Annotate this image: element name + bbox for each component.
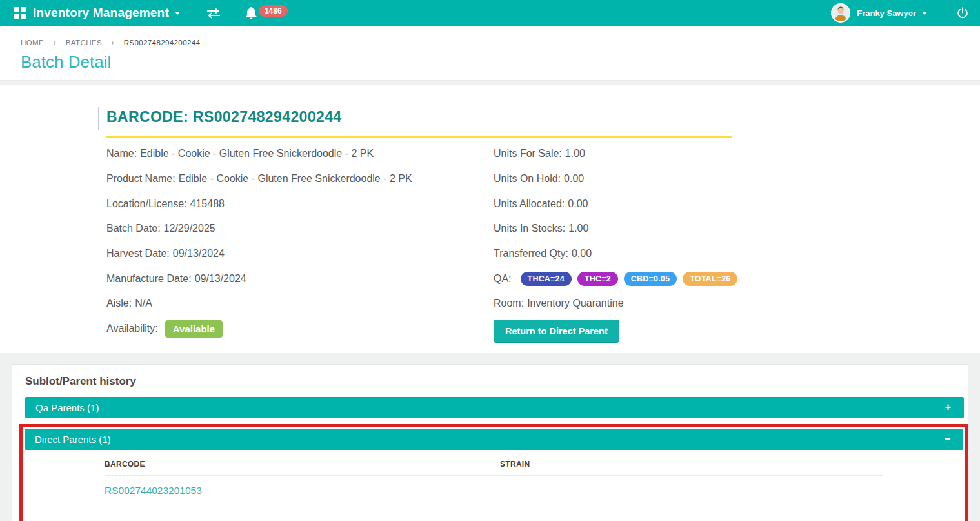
accordion-label: Qa Parents (1) — [35, 402, 99, 413]
notification-count-badge: 1486 — [259, 5, 288, 17]
direct-parents-table: BARCODE STRAIN RS002744023201053 — [105, 450, 883, 496]
power-logout-icon[interactable] — [957, 7, 968, 19]
avatar — [831, 3, 850, 23]
breadcrumb-batches[interactable]: BATCHES — [66, 39, 102, 46]
history-title: Sublot/Parent history — [25, 375, 964, 388]
user-name: Franky Sawyer — [857, 8, 916, 18]
section-divider — [0, 81, 980, 85]
chevron-down-icon — [922, 12, 927, 17]
field-units-allocated: Units Allocated: 0.00 — [494, 191, 961, 216]
notifications-button[interactable]: 1486 — [246, 7, 288, 19]
batch-detail-panel: BARCODE: RS002748294200244 Name: Edible … — [0, 85, 980, 353]
field-value: 1.00 — [568, 223, 588, 234]
page-title: Batch Detail — [21, 52, 980, 72]
field-aisle: Aisle: N/A — [106, 291, 494, 316]
panel-edge-divider — [98, 107, 99, 130]
field-label: Name: — [106, 148, 137, 159]
accordion-direct-parents[interactable]: Direct Parents (1) − — [25, 429, 963, 450]
barcode-heading: BARCODE: RS002748294200244 — [106, 108, 961, 126]
table-row: RS002744023201053 — [105, 476, 883, 496]
breadcrumb: HOME › BATCHES › RS002748294200244 — [21, 38, 980, 47]
field-room: Room: Inventory Quarantine — [494, 291, 961, 316]
field-label: Units For Sale: — [494, 148, 562, 159]
chevron-down-icon[interactable] — [175, 12, 180, 17]
accordion-qa-parents[interactable]: Qa Parents (1) + — [25, 397, 964, 418]
column-header-barcode: BARCODE — [105, 450, 500, 476]
breadcrumb-section: HOME › BATCHES › RS002748294200244 Batch… — [0, 26, 980, 81]
field-label: Product Name: — [106, 173, 175, 185]
field-value: Inventory Quarantine — [527, 298, 623, 309]
column-header-strain: STRAIN — [500, 450, 883, 476]
field-label: Aisle: — [106, 298, 132, 309]
breadcrumb-separator: › — [112, 38, 114, 47]
user-menu[interactable]: Franky Sawyer — [831, 3, 927, 23]
field-label: Availability: — [106, 323, 158, 334]
app-title[interactable]: Inventory Management — [33, 6, 169, 20]
field-value: Edible - Cookie - Gluten Free Snickerdoo… — [179, 173, 412, 185]
qa-badge-thc: THC=2 — [577, 272, 618, 286]
field-value: 12/29/2025 — [164, 223, 215, 234]
field-transferred-qty: Transferred Qty: 0.00 — [494, 241, 961, 267]
field-label: Harvest Date: — [106, 248, 170, 260]
field-units-in-stocks: Units In Stocks: 1.00 — [494, 216, 961, 241]
field-label: Transferred Qty: — [494, 248, 568, 260]
transfer-arrows-icon[interactable] — [206, 8, 221, 19]
accordion-label: Direct Parents (1) — [35, 434, 111, 445]
strain-cell — [500, 476, 883, 496]
field-product-name: Product Name: Edible - Cookie - Gluten F… — [106, 167, 494, 192]
field-location-license: Location/License: 415488 — [106, 191, 494, 216]
field-label: Location/License: — [106, 198, 187, 210]
field-units-for-sale: Units For Sale: 1.00 — [494, 141, 961, 167]
field-value: 415488 — [190, 198, 225, 210]
direct-parents-table-zone: BARCODE STRAIN RS002744023201053 — [105, 450, 883, 496]
qa-badge-total: TOTAL=26 — [683, 272, 737, 286]
field-units-on-hold: Units On Hold: 0.00 — [494, 167, 961, 192]
field-label: Room: — [494, 298, 524, 309]
breadcrumb-separator: › — [54, 38, 56, 47]
field-label: Manufacture Date: — [106, 273, 192, 285]
sublot-parent-history-card: Sublot/Parent history Qa Parents (1) + D… — [12, 364, 968, 521]
field-name: Name: Edible - Cookie - Gluten Free Snic… — [106, 141, 494, 167]
parent-barcode-link[interactable]: RS002744023201053 — [105, 485, 202, 496]
field-label: Units On Hold: — [494, 173, 561, 185]
return-to-direct-parent-button[interactable]: Return to Direct Parent — [494, 320, 619, 343]
field-label: Units In Stocks: — [494, 223, 565, 234]
field-value: N/A — [135, 298, 152, 309]
breadcrumb-current-barcode: RS002748294200244 — [124, 39, 201, 46]
field-harvest-date: Harvest Date: 09/13/2024 — [106, 241, 494, 267]
field-value: 0.00 — [572, 248, 592, 260]
app-grid-icon[interactable] — [14, 7, 26, 19]
field-manufacture-date: Manufacture Date: 09/13/2024 — [106, 266, 494, 291]
breadcrumb-home[interactable]: HOME — [21, 39, 44, 46]
plus-icon[interactable]: + — [945, 402, 951, 413]
field-value: 0.00 — [568, 198, 588, 210]
qa-badge-cbd: CBD=0.05 — [624, 272, 677, 286]
field-label: Batch Date: — [106, 223, 161, 234]
minus-icon[interactable]: − — [945, 433, 950, 445]
field-value: Edible - Cookie - Gluten Free Snickerdoo… — [140, 148, 374, 159]
top-navbar: Inventory Management 1486 — [0, 0, 980, 26]
field-value: 09/13/2024 — [195, 273, 246, 285]
detail-right-column: Units For Sale: 1.00 Units On Hold: 0.00… — [494, 141, 961, 343]
field-value: 1.00 — [565, 148, 585, 159]
field-label: QA: — [494, 273, 512, 285]
detail-left-column: Name: Edible - Cookie - Gluten Free Snic… — [106, 141, 494, 343]
panel-empty-space — [25, 496, 963, 521]
field-label: Units Allocated: — [494, 198, 565, 210]
field-qa: QA: THCA=24 THC=2 CBD=0.05 TOTAL=26 — [494, 266, 961, 291]
field-value: 0.00 — [564, 173, 584, 185]
field-value: 09/13/2024 — [173, 248, 225, 260]
field-availability: Availability: Available — [106, 316, 494, 342]
availability-badge: Available — [165, 320, 223, 338]
notifications-bell-icon — [246, 7, 257, 19]
annotation-highlight-box: Direct Parents (1) − BARCODE STRAIN RS00… — [19, 424, 968, 521]
qa-badge-thca: THCA=24 — [521, 272, 572, 286]
heading-underline — [106, 136, 732, 138]
field-batch-date: Batch Date: 12/29/2025 — [106, 216, 494, 241]
